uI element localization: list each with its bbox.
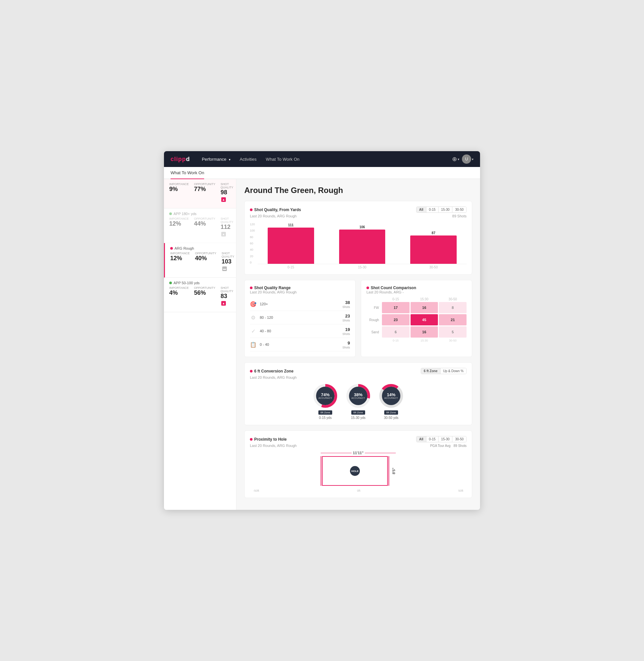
sidebar-item-0[interactable]: APP 180+ yds Importance 12% Opportunity … — [164, 208, 236, 243]
sqr-label-3: 0 - 40 — [260, 343, 339, 346]
sidebar-item-0-label: APP 180+ yds — [169, 212, 231, 216]
sidebar: Importance 9% Opportunity 77% Shot Quali… — [164, 179, 236, 510]
bar-chart-area: 111 106 87 — [258, 221, 466, 264]
heatmap-grid: 0-15 15:30 30-50 FW 17 16 8 Rough 23 45 — [366, 297, 466, 338]
nav-what-to-work-on[interactable]: What To Work On — [262, 155, 303, 164]
heatmap-x-15-30: 15:30 — [411, 339, 438, 342]
prox-filter-15-30[interactable]: 15-30 — [439, 436, 453, 442]
shot-quality-title: Shot Quality, From Yards — [250, 207, 301, 212]
cell-sand-15-30: 16 — [411, 326, 438, 338]
nav-items: Performance ▾ Activities What To Work On — [198, 155, 444, 164]
page-title: Around The Green, Rough — [244, 186, 472, 195]
conversion-card: 6 ft Conversion Zone 6 ft Zone Up & Down… — [244, 362, 472, 425]
subnav-what-to-work-on[interactable]: What To Work On — [170, 167, 204, 179]
y-label-120: 120 — [250, 223, 258, 226]
y-label-40: 40 — [250, 248, 258, 251]
nav-performance[interactable]: Performance ▾ — [198, 155, 234, 164]
sqr-label-2: 40 - 80 — [260, 329, 339, 333]
prox-axis-center: 0ft — [357, 489, 360, 493]
dot-green-icon — [169, 212, 172, 215]
heatmap-x-0-15: 0-15 — [382, 339, 410, 342]
proximity-filters: All 0-15 15-30 30-50 — [416, 436, 466, 442]
donut-center-0: 74% ACCURACY — [318, 393, 332, 399]
sqr-shots-1: 23 Shots — [342, 313, 350, 322]
cell-fw-30-50: 8 — [439, 302, 466, 313]
y-label-0: 0 — [250, 261, 258, 264]
logo: clippd — [170, 156, 190, 163]
sidebar-item-1[interactable]: ARG Rough Importance 12% Opportunity 40%… — [164, 243, 236, 278]
prox-dim-v: 8'5" — [392, 468, 396, 474]
section-2-row: Shot Quality Range Last 20 Rounds, ARG R… — [244, 280, 472, 362]
bar-x-labels: 0-15 15-30 30-50 — [258, 266, 466, 269]
cell-rough-0-15: 23 — [382, 314, 410, 325]
prox-filter-30-50[interactable]: 30-50 — [452, 436, 466, 442]
sqr-shots-0: 38 Shots — [342, 299, 350, 309]
cell-rough-30-50: 21 — [439, 314, 466, 325]
sidebar-item-1-label: ARG Rough — [170, 246, 231, 250]
col-30-50: 30-50 — [439, 297, 466, 301]
donut-acc-0: ACCURACY — [318, 397, 332, 399]
sqr-item-1: ⚙ 80 - 120 23 Shots — [250, 311, 350, 324]
sqr-title: Shot Quality Range — [250, 286, 350, 290]
conversion-title: 6 ft Conversion Zone — [250, 369, 293, 373]
x-label-0-15: 0-15 — [258, 266, 324, 269]
donut-container-1: 38% ACCURACY — [345, 383, 371, 409]
filter-updown[interactable]: Up & Down % — [440, 368, 466, 374]
scc-card: Shot Count Comparison Last 20 Rounds, AR… — [361, 280, 472, 357]
gear-icon: ⚙ — [250, 315, 256, 321]
prox-vline-left — [321, 456, 321, 486]
settings-icon[interactable]: ⊕ ▾ — [452, 156, 459, 163]
prox-rect: HOLE — [322, 456, 388, 486]
section-3-wrapper: 6 ft Conversion Zone 6 ft Zone Up & Down… — [244, 362, 472, 425]
pga-label: PGA Tour Avg — [430, 444, 451, 448]
proximity-header: Proximity to Hole All 0-15 15-30 30-50 — [250, 436, 466, 442]
user-avatar[interactable]: U ▾ — [462, 155, 474, 164]
cell-sand-30-50: 5 — [439, 326, 466, 338]
row-rough: Rough — [366, 314, 381, 325]
dot-prox — [250, 438, 253, 441]
filter-30-50[interactable]: 30-50 — [452, 207, 466, 212]
cell-sand-0-15: 6 — [382, 326, 410, 338]
sqr-item-2: ✓ 40 - 80 19 Shots — [250, 324, 350, 338]
donut-container-0: 74% ACCURACY — [312, 383, 339, 409]
y-label-80: 80 — [250, 235, 258, 239]
filter-6ft[interactable]: 6 ft Zone — [421, 368, 440, 374]
sidebar-item-2[interactable]: APP 50-100 yds Importance 4% Opportunity… — [164, 278, 236, 312]
prox-filter-0-15[interactable]: 0-15 — [427, 436, 439, 442]
opportunity-value: 77% — [194, 186, 215, 193]
col-0-15: 0-15 — [382, 297, 410, 301]
donut-range-0: 0-15 yds — [319, 416, 331, 419]
donut-center-1: 38% ACCURACY — [351, 393, 365, 399]
opportunity-label: Opportunity — [194, 182, 215, 186]
donut-pct-0: 74% — [318, 393, 332, 397]
section-2-wrapper: Shot Quality Range Last 20 Rounds, ARG R… — [244, 280, 472, 362]
prox-axis-left: -50ft — [253, 489, 259, 493]
donut-badge-2: 6ft Zone — [384, 410, 398, 415]
filter-all[interactable]: All — [416, 207, 427, 212]
bar-value-15-30: 106 — [360, 225, 365, 229]
nav-activities[interactable]: Activities — [236, 155, 260, 164]
prox-filter-all[interactable]: All — [416, 436, 427, 442]
proximity-card: Proximity to Hole All 0-15 15-30 30-50 L… — [244, 430, 472, 498]
sqr-label-1: 80 - 120 — [260, 316, 339, 319]
content-area: Around The Green, Rough Shot Quality, Fr… — [236, 179, 480, 510]
prox-axis-right: 50ft — [458, 489, 463, 493]
y-label-60: 60 — [250, 242, 258, 245]
scc-subtitle: Last 20 Rounds, ARG - — [366, 290, 466, 294]
dot-icon-sq — [250, 208, 253, 211]
bar-rect-30-50 — [410, 235, 456, 264]
sqr-item-0: 🎯 120+ 38 Shots — [250, 297, 350, 311]
filter-0-15[interactable]: 0-15 — [427, 207, 439, 212]
subnav: What To Work On — [164, 167, 480, 179]
dot-red-icon — [170, 247, 173, 250]
col-15-30: 15:30 — [411, 297, 438, 301]
donut-container-2: 14% ACCURACY — [378, 383, 404, 409]
importance-label: Importance — [169, 182, 189, 186]
heatmap-x-30-50: 30-50 — [439, 339, 466, 342]
heatmap-x-axis: 0-15 15:30 30-50 — [366, 339, 466, 342]
bar-0-15: 111 — [258, 223, 324, 264]
sqr-subtitle: Last 20 Rounds, ARG Rough — [250, 290, 350, 294]
filter-15-30[interactable]: 15-30 — [439, 207, 453, 212]
section-4-wrapper: Proximity to Hole All 0-15 15-30 30-50 L… — [244, 430, 472, 498]
x-label-15-30: 15-30 — [329, 266, 395, 269]
